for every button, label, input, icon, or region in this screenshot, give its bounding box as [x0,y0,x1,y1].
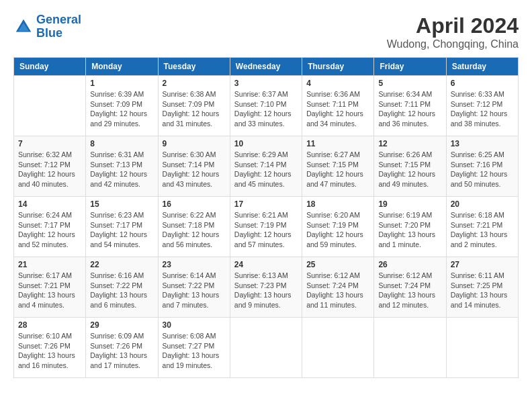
calendar-day-cell: 6Sunrise: 6:33 AM Sunset: 7:12 PM Daylig… [446,76,518,136]
logo-line1: General [36,13,81,26]
day-number: 29 [90,320,153,330]
day-number: 11 [306,139,369,148]
day-info: Sunrise: 6:26 AM Sunset: 7:15 PM Dayligh… [378,150,441,189]
calendar-day-cell [446,318,518,378]
logo-icon [13,17,34,37]
day-number: 13 [451,139,514,148]
main-title: April 2024 [387,13,519,38]
calendar-day-cell: 8Sunrise: 6:31 AM Sunset: 7:13 PM Daylig… [86,136,158,197]
day-info: Sunrise: 6:25 AM Sunset: 7:16 PM Dayligh… [451,150,514,189]
day-info: Sunrise: 6:09 AM Sunset: 7:26 PM Dayligh… [90,331,153,371]
calendar-day-cell: 9Sunrise: 6:30 AM Sunset: 7:14 PM Daylig… [158,136,230,197]
logo-line2: Blue [36,26,62,40]
day-number: 4 [306,79,369,88]
day-info: Sunrise: 6:24 AM Sunset: 7:17 PM Dayligh… [18,210,81,250]
day-info: Sunrise: 6:17 AM Sunset: 7:21 PM Dayligh… [18,271,81,310]
day-info: Sunrise: 6:18 AM Sunset: 7:21 PM Dayligh… [451,210,514,250]
day-number: 7 [18,139,81,148]
day-number: 2 [163,79,226,88]
day-info: Sunrise: 6:23 AM Sunset: 7:17 PM Dayligh… [90,210,153,250]
calendar-day-cell: 24Sunrise: 6:13 AM Sunset: 7:23 PM Dayli… [230,257,302,318]
calendar-day-cell: 4Sunrise: 6:36 AM Sunset: 7:11 PM Daylig… [302,76,374,136]
calendar-header-row: SundayMondayTuesdayWednesdayThursdayFrid… [14,58,519,76]
calendar-day-cell: 30Sunrise: 6:08 AM Sunset: 7:27 PM Dayli… [158,318,230,378]
day-number: 18 [306,199,369,209]
calendar-week-row: 14Sunrise: 6:24 AM Sunset: 7:17 PM Dayli… [14,197,519,257]
calendar-day-cell: 28Sunrise: 6:10 AM Sunset: 7:26 PM Dayli… [14,318,86,378]
day-number: 30 [163,320,226,330]
calendar-column-header: Wednesday [230,58,302,76]
calendar-day-cell: 13Sunrise: 6:25 AM Sunset: 7:16 PM Dayli… [446,136,518,197]
day-info: Sunrise: 6:29 AM Sunset: 7:14 PM Dayligh… [234,150,298,189]
day-number: 24 [234,260,298,269]
calendar-day-cell: 29Sunrise: 6:09 AM Sunset: 7:26 PM Dayli… [86,318,158,378]
calendar-day-cell [302,318,374,378]
calendar-day-cell [14,76,86,136]
day-number: 12 [378,139,441,148]
day-info: Sunrise: 6:10 AM Sunset: 7:26 PM Dayligh… [18,331,81,371]
calendar-table: SundayMondayTuesdayWednesdayThursdayFrid… [13,57,519,378]
day-number: 6 [451,79,514,88]
day-info: Sunrise: 6:38 AM Sunset: 7:09 PM Dayligh… [163,89,226,129]
day-number: 17 [234,199,298,209]
day-info: Sunrise: 6:16 AM Sunset: 7:22 PM Dayligh… [90,271,153,310]
calendar-week-row: 21Sunrise: 6:17 AM Sunset: 7:21 PM Dayli… [14,257,519,318]
calendar-day-cell: 18Sunrise: 6:20 AM Sunset: 7:19 PM Dayli… [302,197,374,257]
day-number: 27 [451,260,514,269]
calendar-day-cell: 10Sunrise: 6:29 AM Sunset: 7:14 PM Dayli… [230,136,302,197]
day-info: Sunrise: 6:39 AM Sunset: 7:09 PM Dayligh… [90,89,153,129]
calendar-day-cell: 16Sunrise: 6:22 AM Sunset: 7:18 PM Dayli… [158,197,230,257]
day-info: Sunrise: 6:12 AM Sunset: 7:24 PM Dayligh… [306,271,369,310]
calendar-day-cell: 22Sunrise: 6:16 AM Sunset: 7:22 PM Dayli… [86,257,158,318]
calendar-day-cell: 1Sunrise: 6:39 AM Sunset: 7:09 PM Daylig… [86,76,158,136]
day-number: 23 [163,260,226,269]
day-info: Sunrise: 6:27 AM Sunset: 7:15 PM Dayligh… [306,150,369,189]
day-number: 28 [18,320,81,330]
day-number: 9 [163,139,226,148]
calendar-column-header: Friday [374,58,446,76]
calendar-column-header: Sunday [14,58,86,76]
day-number: 19 [378,199,441,209]
day-number: 25 [306,260,369,269]
day-info: Sunrise: 6:32 AM Sunset: 7:12 PM Dayligh… [18,150,81,189]
day-info: Sunrise: 6:34 AM Sunset: 7:11 PM Dayligh… [378,89,441,129]
day-number: 20 [451,199,514,209]
calendar-day-cell: 14Sunrise: 6:24 AM Sunset: 7:17 PM Dayli… [14,197,86,257]
day-number: 21 [18,260,81,269]
calendar-day-cell: 23Sunrise: 6:14 AM Sunset: 7:22 PM Dayli… [158,257,230,318]
day-info: Sunrise: 6:22 AM Sunset: 7:18 PM Dayligh… [163,210,226,250]
calendar-day-cell: 7Sunrise: 6:32 AM Sunset: 7:12 PM Daylig… [14,136,86,197]
calendar-day-cell: 5Sunrise: 6:34 AM Sunset: 7:11 PM Daylig… [374,76,446,136]
day-info: Sunrise: 6:31 AM Sunset: 7:13 PM Dayligh… [90,150,153,189]
calendar-week-row: 28Sunrise: 6:10 AM Sunset: 7:26 PM Dayli… [14,318,519,378]
calendar-day-cell: 21Sunrise: 6:17 AM Sunset: 7:21 PM Dayli… [14,257,86,318]
calendar-day-cell: 25Sunrise: 6:12 AM Sunset: 7:24 PM Dayli… [302,257,374,318]
day-number: 16 [163,199,226,209]
day-info: Sunrise: 6:11 AM Sunset: 7:25 PM Dayligh… [451,271,514,310]
day-info: Sunrise: 6:12 AM Sunset: 7:24 PM Dayligh… [378,271,441,310]
day-info: Sunrise: 6:20 AM Sunset: 7:19 PM Dayligh… [306,210,369,250]
day-info: Sunrise: 6:08 AM Sunset: 7:27 PM Dayligh… [163,331,226,371]
calendar-day-cell [374,318,446,378]
title-block: April 2024 Wudong, Chongqing, China [387,13,519,50]
day-number: 5 [378,79,441,88]
day-info: Sunrise: 6:30 AM Sunset: 7:14 PM Dayligh… [163,150,226,189]
day-info: Sunrise: 6:36 AM Sunset: 7:11 PM Dayligh… [306,89,369,129]
day-number: 14 [18,199,81,209]
calendar-day-cell: 3Sunrise: 6:37 AM Sunset: 7:10 PM Daylig… [230,76,302,136]
day-number: 8 [90,139,153,148]
logo-text: General Blue [36,13,81,40]
day-number: 26 [378,260,441,269]
calendar-day-cell [230,318,302,378]
day-info: Sunrise: 6:13 AM Sunset: 7:23 PM Dayligh… [234,271,298,310]
calendar-day-cell: 27Sunrise: 6:11 AM Sunset: 7:25 PM Dayli… [446,257,518,318]
logo: General Blue [13,13,81,40]
day-number: 1 [90,79,153,88]
page-header: General Blue April 2024 Wudong, Chongqin… [13,13,519,50]
calendar-week-row: 7Sunrise: 6:32 AM Sunset: 7:12 PM Daylig… [14,136,519,197]
day-info: Sunrise: 6:14 AM Sunset: 7:22 PM Dayligh… [163,271,226,310]
calendar-day-cell: 17Sunrise: 6:21 AM Sunset: 7:19 PM Dayli… [230,197,302,257]
calendar-day-cell: 20Sunrise: 6:18 AM Sunset: 7:21 PM Dayli… [446,197,518,257]
calendar-day-cell: 12Sunrise: 6:26 AM Sunset: 7:15 PM Dayli… [374,136,446,197]
calendar-column-header: Thursday [302,58,374,76]
